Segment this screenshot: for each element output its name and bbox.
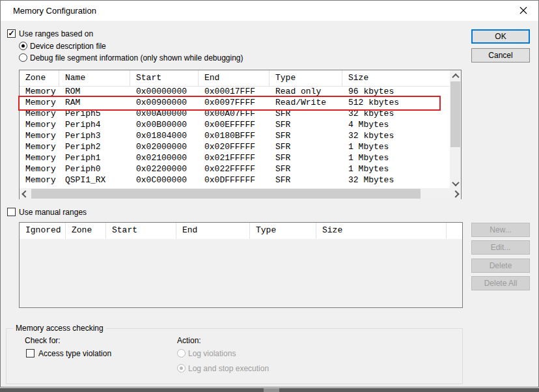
- edit-button: Edit...: [471, 240, 530, 255]
- column-header-end[interactable]: End: [199, 70, 270, 86]
- scroll-up-icon[interactable]: [450, 70, 461, 81]
- table-cell: 32 kbytes: [342, 130, 450, 141]
- table-cell: Memory: [20, 86, 59, 97]
- table-cell: 0x02100000: [130, 152, 199, 163]
- debug-segment-label: Debug file segment information (only sho…: [30, 53, 243, 63]
- column-header-start[interactable]: Start: [130, 70, 199, 86]
- device-description-radio[interactable]: [19, 42, 27, 50]
- device-table-horizontal-scrollbar[interactable]: [20, 188, 461, 199]
- table-row[interactable]: MemoryPeriph40x00B000000x00EFFFFFSFR4 Mb…: [20, 119, 450, 130]
- access-type-violation-label: Access type violation: [38, 349, 111, 358]
- table-cell: 0x00000000: [130, 86, 199, 97]
- vertical-scroll-thumb[interactable]: [450, 81, 460, 147]
- column-header-name[interactable]: Name: [59, 70, 130, 86]
- table-row[interactable]: MemoryPeriph20x020000000x020FFFFFSFR1 Mb…: [20, 141, 450, 152]
- table-cell: Periph3: [59, 130, 130, 141]
- table-row[interactable]: MemoryPeriph30x018040000x0180BFFFSFR32 k…: [20, 130, 450, 141]
- column-header-size[interactable]: Size: [342, 70, 450, 86]
- manual-table-body: [20, 239, 462, 307]
- cancel-button[interactable]: Cancel: [471, 48, 530, 63]
- table-cell: QSPI1_RX: [59, 175, 130, 186]
- title-bar: Memory Configuration: [1, 1, 538, 21]
- table-cell: 0x00017FFF: [199, 86, 270, 97]
- table-cell: 32 kbytes: [342, 108, 450, 119]
- ok-button[interactable]: OK: [471, 29, 530, 44]
- table-row[interactable]: MemoryQSPI1_RX0x0C0000000x0DFFFFFFSFR32 …: [20, 175, 450, 186]
- log-violations-label: Log violations: [188, 349, 236, 358]
- use-manual-ranges-label: Use manual ranges: [19, 208, 87, 217]
- table-cell: Memory: [20, 141, 59, 152]
- table-cell: SFR: [270, 108, 342, 119]
- horizontal-scroll-thumb[interactable]: [31, 189, 421, 199]
- table-cell: ROM: [59, 86, 130, 97]
- column-header-end[interactable]: End: [176, 223, 250, 239]
- access-type-violation-checkbox[interactable]: [26, 349, 35, 357]
- memory-access-checking-group: Memory access checking Check for: Access…: [6, 328, 463, 384]
- table-cell: SFR: [270, 119, 342, 130]
- table-cell: SFR: [270, 141, 342, 152]
- table-cell: 0x02200000: [130, 163, 199, 175]
- device-table-vertical-scrollbar[interactable]: [450, 70, 461, 189]
- close-icon[interactable]: [508, 1, 538, 20]
- device-table-header: ZoneNameStartEndTypeSize: [20, 70, 450, 87]
- log-violations-radio: [177, 349, 186, 357]
- scroll-right-icon[interactable]: [450, 188, 461, 199]
- use-ranges-checkbox[interactable]: ✓: [7, 29, 16, 38]
- table-row[interactable]: MemoryPeriph50x00A000000x00A07FFFSFR32 k…: [20, 108, 450, 119]
- dialog-title: Memory Configuration: [13, 6, 96, 16]
- table-cell: Periph1: [59, 152, 130, 163]
- action-label: Action:: [177, 336, 201, 345]
- table-cell: Periph0: [59, 163, 130, 175]
- table-row[interactable]: MemoryPeriph10x021000000x021FFFFFSFR1 Mb…: [20, 152, 450, 163]
- column-header-zone[interactable]: Zone: [66, 223, 106, 239]
- table-cell: Memory: [20, 130, 59, 141]
- background-window-splitter: [264, 388, 279, 392]
- radio-dot-icon: [21, 44, 25, 48]
- device-table-body: MemoryROM0x000000000x00017FFFRead only96…: [20, 86, 450, 186]
- table-cell: Memory: [20, 108, 59, 119]
- device-description-label: Device description file: [30, 42, 106, 51]
- column-header-start[interactable]: Start: [106, 223, 176, 239]
- scroll-left-icon[interactable]: [20, 188, 31, 199]
- column-header-type[interactable]: Type: [250, 223, 316, 239]
- checkmark-icon: ✓: [8, 30, 14, 37]
- table-cell: 4 Mbytes: [342, 119, 450, 130]
- table-cell: 0x0097FFFF: [199, 97, 270, 108]
- table-cell: SFR: [270, 163, 342, 175]
- table-row[interactable]: MemoryRAM0x009000000x0097FFFFRead/Write5…: [20, 97, 450, 108]
- column-header-ignored[interactable]: Ignored: [20, 223, 66, 239]
- table-cell: Memory: [20, 152, 59, 163]
- manual-ranges-table: IgnoredZoneStartEndTypeSize: [19, 222, 463, 308]
- table-row[interactable]: MemoryROM0x000000000x00017FFFRead only96…: [20, 86, 450, 97]
- table-cell: Periph2: [59, 141, 130, 152]
- scroll-down-icon[interactable]: [450, 178, 461, 189]
- new-button: New...: [471, 223, 530, 237]
- column-header-size[interactable]: Size: [316, 223, 447, 239]
- table-row[interactable]: MemoryPeriph00x022000000x022FFFFFSFR1 Mb…: [20, 163, 450, 175]
- table-cell: Periph5: [59, 108, 130, 119]
- delete-button: Delete: [471, 259, 530, 273]
- table-cell: SFR: [270, 152, 342, 163]
- radio-dot-icon: [180, 367, 183, 370]
- table-cell: Memory: [20, 97, 59, 108]
- table-cell: 0x00900000: [130, 97, 199, 108]
- delete-all-button: Delete All: [471, 276, 530, 290]
- use-manual-ranges-checkbox[interactable]: [7, 208, 16, 216]
- table-cell: 0x00EFFFFF: [199, 119, 270, 130]
- column-header-zone[interactable]: Zone: [20, 70, 59, 86]
- table-cell: Memory: [20, 175, 59, 186]
- table-cell: 1 Mbytes: [342, 152, 450, 163]
- table-cell: SFR: [270, 175, 342, 186]
- table-cell: 0x01804000: [130, 130, 199, 141]
- debug-segment-radio[interactable]: [19, 53, 27, 62]
- table-cell: Read/Write: [270, 97, 342, 108]
- table-cell: 0x0180BFFF: [199, 130, 270, 141]
- table-cell: 0x00B00000: [130, 119, 199, 130]
- log-and-stop-radio: [177, 364, 186, 372]
- column-header-type[interactable]: Type: [270, 70, 342, 86]
- memory-configuration-dialog: Memory Configuration ✓ Use ranges based …: [0, 0, 539, 387]
- table-cell: 0x02000000: [130, 141, 199, 152]
- check-for-label: Check for:: [25, 336, 61, 345]
- table-cell: 0x020FFFFF: [199, 141, 270, 152]
- table-cell: Read only: [270, 86, 342, 97]
